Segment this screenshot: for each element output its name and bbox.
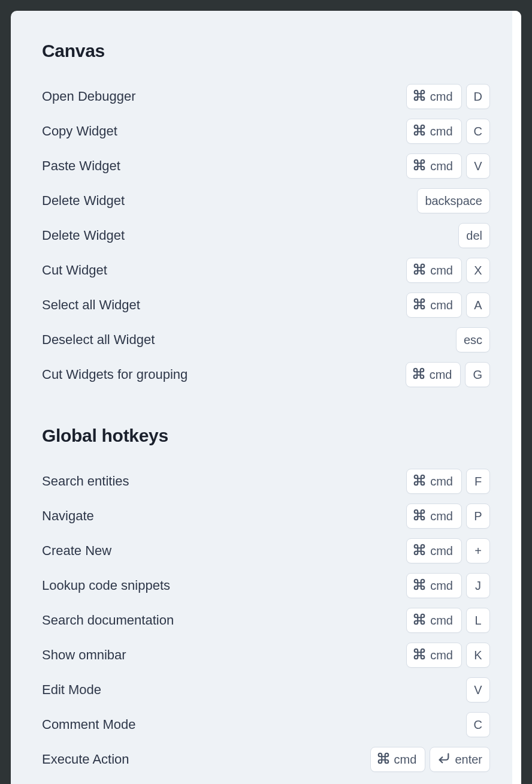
key: esc [456, 327, 490, 352]
shortcut-row: Search entities cmd F [42, 464, 490, 499]
shortcut-keys: esc [456, 327, 490, 352]
key-label: F [474, 475, 482, 489]
key-label: K [474, 649, 482, 662]
key: X [466, 258, 490, 283]
key-label: P [474, 509, 482, 523]
shortcut-keys: V [466, 677, 490, 702]
key-label: cmd [430, 90, 453, 104]
command-icon [412, 367, 425, 383]
shortcut-row: Show omnibar cmd K [42, 638, 490, 673]
command-icon [377, 752, 390, 768]
shortcut-label: Select all Widget [42, 297, 140, 313]
key-cmd: cmd [406, 153, 462, 179]
key: V [466, 677, 490, 702]
shortcut-keys: cmd A [406, 293, 490, 318]
shortcut-keys: cmd D [406, 84, 490, 109]
key-label: backspace [425, 194, 482, 208]
shortcut-keys: cmd L [406, 608, 490, 633]
key-cmd: cmd [406, 84, 462, 109]
key: V [466, 153, 490, 179]
shortcut-row: Deselect all Widget esc [42, 322, 490, 357]
key: P [466, 503, 490, 529]
key: C [466, 119, 490, 144]
shortcut-row: Execute Action cmd enter [42, 742, 490, 777]
key-label: L [474, 614, 481, 628]
key: C [466, 712, 490, 737]
key-label: esc [464, 333, 482, 347]
shortcut-label: Comment Mode [42, 717, 136, 732]
shortcut-row: Select all Widget cmd A [42, 288, 490, 322]
command-icon [413, 263, 426, 279]
shortcut-row: Copy Widget cmd C [42, 114, 490, 149]
shortcut-label: Delete Widget [42, 193, 125, 209]
key-label: cmd [430, 298, 453, 312]
shortcut-label: Cut Widgets for grouping [42, 367, 188, 382]
shortcut-row: Cut Widgets for grouping cmd G [42, 357, 490, 392]
key: + [466, 538, 490, 563]
command-icon [413, 474, 426, 490]
shortcut-label: Execute Action [42, 752, 129, 767]
key-label: del [466, 229, 482, 243]
shortcut-keys: del [458, 223, 490, 248]
key-label: + [474, 544, 482, 558]
command-icon [413, 158, 426, 174]
key: F [466, 469, 490, 494]
shortcut-row: Delete Widget backspace [42, 183, 490, 218]
key: L [466, 608, 490, 633]
shortcut-label: Search documentation [42, 613, 174, 628]
section-title: Global hotkeys [42, 426, 490, 446]
shortcut-keys: cmd P [406, 503, 490, 529]
shortcut-row: Lookup code snippets cmd J [42, 568, 490, 603]
shortcut-keys: cmd F [406, 469, 490, 494]
key-enter: enter [430, 747, 490, 772]
shortcut-label: Cut Widget [42, 263, 107, 278]
shortcut-keys: cmd C [406, 119, 490, 144]
key-cmd: cmd [370, 747, 426, 772]
shortcut-label: Delete Widget [42, 228, 125, 243]
shortcut-section: CanvasOpen Debugger cmd D Copy Widget cm… [42, 41, 490, 392]
command-icon [413, 297, 426, 313]
command-icon [413, 613, 426, 629]
key-label: G [473, 368, 482, 382]
shortcut-row: Paste Widget cmd V [42, 149, 490, 183]
shortcut-row: Create New cmd + [42, 533, 490, 568]
command-icon [413, 89, 426, 105]
key-label: cmd [430, 509, 453, 523]
shortcut-row: Cut Widget cmd X [42, 253, 490, 288]
shortcut-row: Comment Mode C [42, 707, 490, 742]
key-label: cmd [394, 753, 417, 767]
shortcut-keys: cmd J [406, 573, 490, 598]
command-icon [413, 123, 426, 140]
shortcut-keys: C [466, 712, 490, 737]
shortcut-keys: cmd V [406, 153, 490, 179]
shortcut-keys: cmd G [406, 362, 490, 387]
key-label: cmd [430, 475, 453, 489]
key-label: J [475, 579, 481, 593]
key: G [465, 362, 490, 387]
shortcut-label: Paste Widget [42, 158, 120, 174]
shortcut-keys: cmd + [406, 538, 490, 563]
key-cmd: cmd [406, 643, 462, 668]
command-icon [413, 578, 426, 594]
scrollbar-gutter[interactable] [512, 11, 521, 784]
key-label: cmd [430, 264, 453, 278]
key: D [466, 84, 490, 109]
shortcut-row: Navigate cmd P [42, 499, 490, 533]
key-cmd: cmd [406, 293, 462, 318]
key-cmd: cmd [406, 469, 462, 494]
key: K [466, 643, 490, 668]
key-cmd: cmd [406, 573, 462, 598]
command-icon [413, 508, 426, 524]
key: backspace [417, 188, 490, 213]
key-label: C [474, 125, 482, 138]
shortcut-keys: cmd K [406, 643, 490, 668]
command-icon [413, 647, 426, 664]
shortcut-label: Navigate [42, 508, 94, 524]
key-label: cmd [430, 649, 453, 662]
shortcut-label: Deselect all Widget [42, 332, 155, 348]
key-label: enter [455, 753, 482, 767]
shortcut-row: Search documentation cmd L [42, 603, 490, 638]
shortcut-keys: cmd X [406, 258, 490, 283]
key-label: cmd [430, 159, 453, 173]
key-label: A [474, 298, 482, 312]
